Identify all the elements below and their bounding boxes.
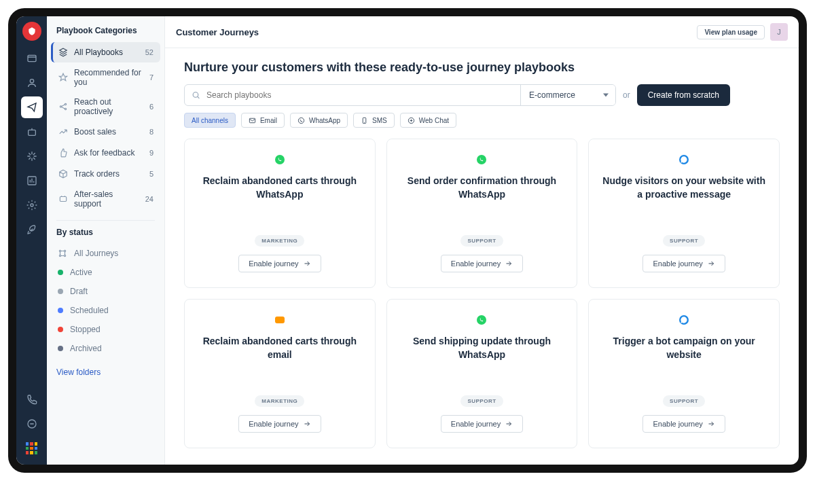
nav-phone[interactable] [21, 389, 43, 410]
svg-rect-0 [28, 55, 36, 61]
star-icon [58, 72, 69, 83]
chip-web-chat[interactable]: Web Chat [400, 113, 456, 128]
status-draft[interactable]: Draft [51, 282, 160, 301]
category-all-playbooks[interactable]: All Playbooks52 [51, 42, 160, 62]
view-plan-usage-button[interactable]: View plan usage [697, 25, 765, 39]
card-tag: MARKETING [255, 235, 304, 247]
card-tag: SUPPORT [460, 395, 503, 407]
playbook-card: Send order confirmation through WhatsApp… [386, 139, 578, 288]
content-heading: Nurture your customers with these ready-… [184, 60, 780, 75]
card-title: Reclaim abandoned carts through WhatsApp [197, 175, 363, 201]
enable-journey-button[interactable]: Enable journey [238, 415, 321, 433]
status-scheduled[interactable]: Scheduled [51, 301, 160, 320]
view-folders-link[interactable]: View folders [47, 358, 164, 386]
avatar[interactable]: J [770, 23, 788, 41]
trend-icon [58, 126, 69, 137]
category-track-orders[interactable]: Track orders5 [51, 164, 160, 184]
svg-point-4 [31, 204, 33, 206]
whatsapp-icon [477, 155, 486, 164]
whatsapp-icon [477, 315, 486, 325]
nav-inbox[interactable] [21, 48, 43, 69]
chip-whatsapp[interactable]: WhatsApp [290, 113, 348, 128]
mail-icon [249, 116, 257, 124]
layers-icon [58, 47, 69, 58]
chip-all-channels[interactable]: All channels [184, 113, 236, 128]
chip-sms[interactable]: SMS [353, 113, 395, 128]
enable-journey-button[interactable]: Enable journey [642, 255, 725, 272]
category-recommended-for-you[interactable]: Recommended for you7 [51, 63, 160, 92]
status-archived[interactable]: Archived [51, 339, 160, 358]
thumb-icon [58, 147, 69, 158]
svg-rect-8 [60, 197, 66, 202]
svg-point-1 [30, 79, 33, 83]
nav-campaigns[interactable] [21, 96, 43, 118]
whatsapp-icon [297, 116, 306, 124]
chip-email[interactable]: Email [241, 113, 285, 128]
card-tag: MARKETING [255, 395, 304, 407]
card-title: Send shipping update through WhatsApp [399, 335, 565, 361]
nav-reports[interactable] [21, 170, 43, 192]
page-header: Customer Journeys View plan usage J [165, 16, 799, 48]
chat-icon [679, 315, 689, 325]
categories-title: Playbook Categories [47, 26, 164, 42]
email-icon [275, 317, 285, 323]
svg-point-7 [65, 108, 66, 109]
card-tag: SUPPORT [663, 235, 705, 247]
nav-chat[interactable] [21, 413, 43, 435]
playbook-card: Nudge visitors on your website with a pr… [588, 139, 780, 288]
or-text: or [623, 90, 630, 100]
category-boost-sales[interactable]: Boost sales8 [51, 122, 160, 142]
whatsapp-icon [275, 155, 285, 164]
playbook-card: Reclaim abandoned carts through WhatsApp… [184, 139, 376, 288]
enable-journey-button[interactable]: Enable journey [642, 415, 725, 433]
status-all-journeys[interactable]: All Journeys [51, 244, 160, 263]
svg-point-6 [65, 103, 66, 105]
nav-settings[interactable] [21, 194, 43, 216]
svg-point-15 [298, 118, 304, 123]
enable-journey-button[interactable]: Enable journey [238, 255, 321, 272]
status-stopped[interactable]: Stopped [51, 320, 160, 339]
category-reach-out-proactively[interactable]: Reach out proactively6 [51, 92, 160, 121]
svg-point-9 [59, 250, 60, 251]
nav-bots[interactable] [21, 121, 43, 143]
enable-journey-button[interactable]: Enable journey [441, 415, 523, 433]
svg-point-10 [64, 250, 65, 251]
sidebar: Playbook Categories All Playbooks52Recom… [47, 16, 165, 465]
webchat-icon [408, 116, 416, 124]
svg-point-11 [59, 255, 60, 256]
playbook-card: Reclaim abandoned carts through email MA… [184, 299, 376, 448]
nav-contacts[interactable] [21, 72, 43, 94]
nav-rocket[interactable] [21, 219, 43, 240]
search-input[interactable] [185, 85, 315, 105]
create-from-scratch-button[interactable]: Create from scratch [637, 84, 730, 106]
card-title: Send order confirmation through WhatsApp [399, 175, 565, 201]
card-title: Reclaim abandoned carts through email [197, 335, 363, 361]
brand-logo[interactable] [22, 22, 41, 41]
svg-point-12 [64, 255, 65, 256]
svg-rect-2 [28, 130, 35, 135]
industry-select[interactable]: E-commerce [520, 85, 615, 105]
support-icon [58, 194, 69, 204]
playbook-card: Trigger a bot campaign on your website S… [588, 299, 780, 448]
page-title: Customer Journeys [176, 27, 259, 37]
share-icon [58, 101, 69, 112]
card-tag: SUPPORT [460, 235, 503, 247]
status-active[interactable]: Active [51, 263, 160, 282]
sms-icon [361, 116, 369, 124]
svg-point-5 [60, 106, 61, 107]
package-icon [58, 168, 69, 179]
status-title: By status [47, 228, 164, 244]
card-title: Nudge visitors on your website with a pr… [601, 175, 767, 201]
category-ask-for-feedback[interactable]: Ask for feedback9 [51, 143, 160, 163]
playbook-card: Send shipping update through WhatsApp SU… [386, 299, 578, 448]
chat-icon [679, 155, 689, 164]
card-tag: SUPPORT [663, 395, 705, 407]
nav-automation[interactable] [21, 145, 43, 167]
category-after-sales-support[interactable]: After-sales support24 [51, 185, 160, 213]
card-title: Trigger a bot campaign on your website [601, 335, 767, 361]
enable-journey-button[interactable]: Enable journey [441, 255, 523, 272]
nav-rail [16, 16, 47, 465]
nav-apps[interactable] [21, 437, 43, 459]
